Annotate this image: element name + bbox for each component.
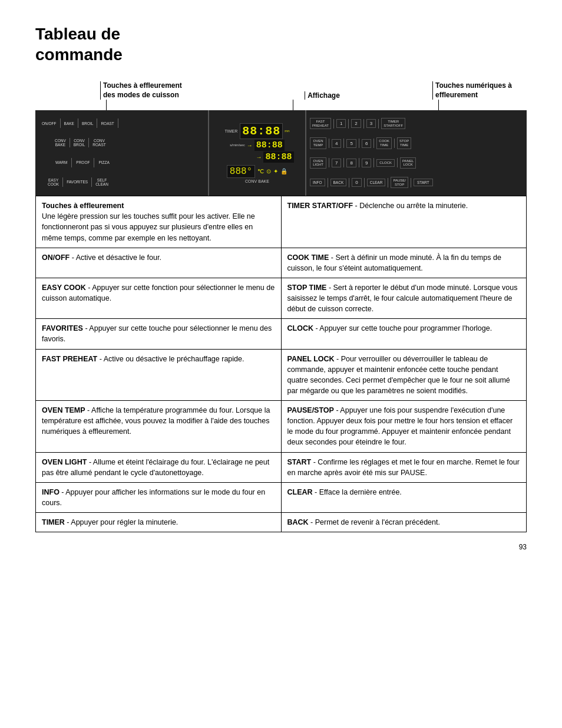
btn-conv-broil[interactable]: CONVBROIL <box>72 137 87 148</box>
table-cell-right-4: PANEL LOCK - Pour verrouiller ou déverro… <box>281 349 527 401</box>
page-number: 93 <box>35 543 527 551</box>
panel-right-row-3: OVENLIGHT 7 8 9 CLOCK PANELLOCK <box>310 157 523 169</box>
oven-panel: ON/OFF BAKE BROIL ROAST CONVBAKE CONVBRO… <box>35 110 527 196</box>
display-temp: 888° <box>227 165 255 178</box>
display-c-icon: ℃ <box>257 168 264 174</box>
table-cell-left-8: TIMER - Appuyer pour régler la minuterie… <box>36 513 282 532</box>
btn-onoff[interactable]: ON/OFF <box>40 120 58 127</box>
table-cell-left-2: EASY COOK - Appuyer sur cette fonction p… <box>36 278 282 318</box>
btn-clear[interactable]: CLEAR <box>367 179 386 186</box>
btn-fast-preheat[interactable]: FASTPREHEAT <box>310 118 331 129</box>
table-cell-left-3: FAVORITES - Appuyer sur cette touche pou… <box>36 319 282 349</box>
btn-pause-stop[interactable]: PAUSE/STOP <box>391 177 408 188</box>
panel-right-row-4: INFO BACK 0 CLEAR PAUSE/STOP START <box>310 177 523 188</box>
table-cell-left-1: ON/OFF - Active et désactive le four. <box>36 248 282 278</box>
table-cell-left-7: INFO - Appuyer pour afficher les informa… <box>36 482 282 512</box>
btn-roast[interactable]: ROAST <box>99 120 115 127</box>
table-cell-right-2: STOP TIME - Sert à reporter le début d'u… <box>281 278 527 318</box>
btn-warm[interactable]: WARM <box>53 159 70 166</box>
display-right-top: 88:88 <box>254 140 285 151</box>
display-main-digits: 88:88 <box>240 123 283 139</box>
btn-favorites[interactable]: FAVORITES <box>65 179 90 185</box>
timer-label: TIMER <box>224 129 237 133</box>
table-cell-left-4: FAST PREHEAT - Active ou désactive le pr… <box>36 349 282 401</box>
annotation-numeriques-text: Touches numériques à effleurement <box>432 81 512 100</box>
table-cell-right-0: TIMER START/OFF - Déclenche ou arrête la… <box>281 196 527 248</box>
panel-left-row-3: WARM PROOF PIZZA <box>40 158 203 167</box>
btn-2[interactable]: 2 <box>351 119 361 128</box>
display-lock-icon: 🔒 <box>280 168 287 174</box>
panel-right-row-2: OVENTEMP 4 5 6 COOKTIME STOPTIME <box>310 137 523 149</box>
conv-bake-label: CONV BAKE <box>245 179 269 183</box>
btn-oven-light[interactable]: OVENLIGHT <box>310 157 326 169</box>
btn-easy-cook[interactable]: EASYCOOK <box>46 177 61 187</box>
btn-self-clean[interactable]: SELFCLEAN <box>94 177 110 187</box>
annotation-affichage: Affichage <box>287 91 358 110</box>
btn-back[interactable]: BACK <box>330 179 347 186</box>
btn-7[interactable]: 7 <box>332 159 341 167</box>
panel-left-row-2: CONVBAKE CONVBROIL CONVROAST <box>40 137 203 148</box>
display-right-bottom: 88:88 <box>263 151 293 163</box>
btn-5[interactable]: 5 <box>346 139 356 148</box>
btn-clock[interactable]: CLOCK <box>376 159 395 167</box>
btn-broil[interactable]: BROIL <box>80 120 95 127</box>
table-cell-left-5: OVEN TEMP - Affiche la température progr… <box>36 401 282 453</box>
btn-panel-lock[interactable]: PANELLOCK <box>400 157 416 169</box>
table-cell-left-6: OVEN LIGHT - Allume et éteint l'éclairag… <box>36 452 282 482</box>
panel-right-row-1: FASTPREHEAT 1 2 3 TIMERSTART/OFF <box>310 118 523 129</box>
annotation-touches-text: Touches à effleurement des modes de cuis… <box>100 81 212 100</box>
btn-4[interactable]: 4 <box>332 139 341 148</box>
panel-left-section: ON/OFF BAKE BROIL ROAST CONVBAKE CONVBRO… <box>35 110 209 196</box>
panel-left-row-1: ON/OFF BAKE BROIL ROAST <box>40 118 203 128</box>
panel-left-row-4: EASYCOOK FAVORITES SELFCLEAN <box>40 177 203 187</box>
panel-center-section: TIMER 88:88 mn s/min/sec → 88:88 → 88:88… <box>209 110 306 196</box>
btn-8[interactable]: 8 <box>346 159 356 167</box>
table-cell-right-5: PAUSE/STOP - Appuyer une fois pour suspe… <box>281 401 527 453</box>
btn-cook-time[interactable]: COOKTIME <box>376 137 392 149</box>
table-cell-right-8: BACK - Permet de revenir à l'écran précé… <box>281 513 527 532</box>
btn-9[interactable]: 9 <box>362 159 371 167</box>
display-misc-icon: ✦ <box>273 168 278 174</box>
btn-timer-startoff[interactable]: TIMERSTART/OFF <box>381 118 405 129</box>
btn-info[interactable]: INFO <box>310 179 325 186</box>
btn-0[interactable]: 0 <box>352 178 361 187</box>
table-cell-right-7: CLEAR - Efface la dernière entrée. <box>281 482 527 512</box>
btn-bake[interactable]: BAKE <box>62 120 76 127</box>
btn-pizza[interactable]: PIZZA <box>96 159 111 166</box>
panel-right-section: FASTPREHEAT 1 2 3 TIMERSTART/OFF OVENTEM… <box>306 110 527 196</box>
description-table: Touches à effleurementUne légère pressio… <box>35 196 527 532</box>
table-cell-left-0: Touches à effleurementUne légère pressio… <box>36 196 282 248</box>
annotation-touches: Touches à effleurement des modes de cuis… <box>100 81 212 110</box>
btn-3[interactable]: 3 <box>366 119 376 128</box>
btn-proof[interactable]: PROOF <box>74 159 92 166</box>
annotation-numeriques: Touches numériques à effleurement <box>432 81 527 110</box>
display-sub-label: s/min/sec <box>230 143 244 147</box>
table-cell-right-3: CLOCK - Appuyer sur cette touche pour pr… <box>281 319 527 349</box>
btn-start[interactable]: START <box>414 179 433 186</box>
table-cell-right-1: COOK TIME - Sert à définir un mode minut… <box>281 248 527 278</box>
annotation-affichage-text: Affichage <box>305 91 340 100</box>
page-title: Tableau de commande <box>35 24 527 65</box>
btn-conv-bake[interactable]: CONVBAKE <box>53 137 68 148</box>
btn-conv-roast[interactable]: CONVROAST <box>91 137 107 148</box>
btn-oven-temp[interactable]: OVENTEMP <box>310 137 326 149</box>
table-cell-right-6: START - Confirme les réglages et met le … <box>281 452 527 482</box>
btn-6[interactable]: 6 <box>362 139 371 148</box>
display-fan-icon: ⊙ <box>266 168 271 174</box>
annotations-row: Touches à effleurement des modes de cuis… <box>35 81 527 110</box>
btn-1[interactable]: 1 <box>336 119 346 128</box>
btn-stop-time[interactable]: STOPTIME <box>397 137 411 149</box>
